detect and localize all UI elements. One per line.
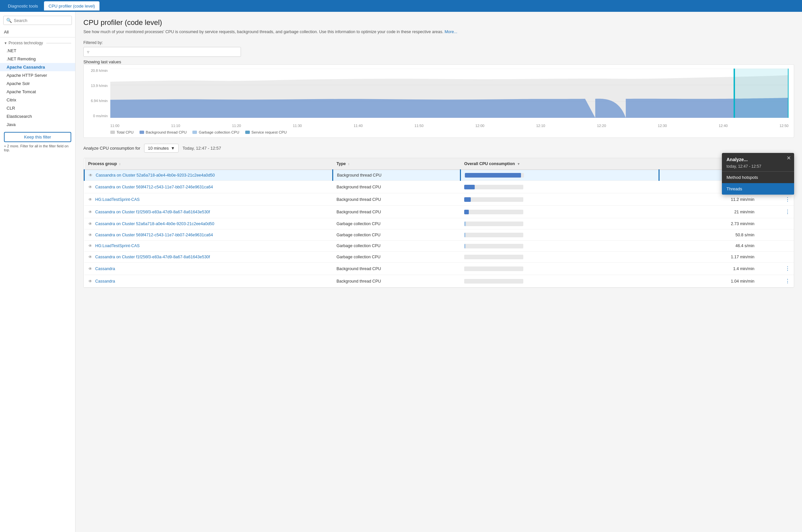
sidebar-section-header[interactable]: ▼ Process technology (4, 41, 71, 45)
cpu-bar-fill (464, 185, 475, 189)
process-link[interactable]: Cassandra on Cluster 52a6a718-a0e4-4b0e-… (95, 222, 215, 226)
cpu-bar-fill (464, 210, 469, 214)
sort-icon-cpu: ▼ (517, 162, 520, 166)
process-link[interactable]: HG:LoadTestSprint-CAS (95, 197, 139, 202)
cpu-bar-fill (464, 197, 471, 202)
process-icon: 👁 (88, 222, 92, 226)
table-row[interactable]: 👁 Cassandra on Cluster f1f256f3-e83a-47d… (85, 206, 794, 218)
td-cpu-bar (460, 251, 659, 263)
td-cpu-bar (460, 193, 659, 206)
process-link[interactable]: Cassandra on Cluster f1f256f3-e83a-47d9-… (95, 210, 210, 214)
td-process: 👁 Cassandra on Cluster f1f256f3-e83a-47d… (85, 251, 333, 263)
sort-icon-type: ↕ (348, 162, 350, 166)
x-label-11: 12:50 (779, 124, 788, 128)
analyze-dropdown-value: 10 minutes (148, 146, 169, 151)
filter-box[interactable]: ▿ (83, 47, 241, 57)
sidebar-item-citrix[interactable]: Citrix (0, 96, 75, 104)
sidebar-item-apache-http[interactable]: Apache HTTP Server (0, 71, 75, 79)
cpu-bar-container (464, 185, 523, 189)
chevron-down-icon: ▼ (4, 41, 7, 45)
x-label-2: 11:20 (232, 124, 241, 128)
cpu-bar-container (464, 255, 523, 259)
row-actions-button[interactable]: ⋮ (785, 278, 790, 284)
date-range: Today, 12:47 - 12:57 (183, 146, 221, 151)
td-process: 👁 Cassandra on Cluster 569f4712-c543-11e… (85, 229, 333, 241)
nav-tab-cpu-profiler-label: CPU profiler (code level) (49, 4, 95, 8)
sidebar-item-elasticsearch[interactable]: Elasticsearch (0, 112, 75, 120)
sidebar-item-all[interactable]: All (0, 27, 75, 36)
more-link[interactable]: More... (445, 30, 457, 34)
sidebar-item-apache-solr[interactable]: Apache Solr (0, 79, 75, 88)
td-type: Background thread CPU (333, 170, 460, 181)
table-row[interactable]: 👁 Cassandra on Cluster 569f4712-c543-11e… (85, 229, 794, 241)
legend-bg-thread: Background thread CPU (139, 130, 187, 134)
table-row[interactable]: 👁 HG:LoadTestSprint-CAS Garbage collecti… (85, 240, 794, 251)
process-link[interactable]: Cassandra on Cluster f1f256f3-e83a-47d9-… (95, 255, 210, 259)
legend-dot-total (110, 131, 115, 134)
process-icon: 👁 (88, 266, 92, 271)
row-actions-button[interactable]: ⋮ (785, 209, 790, 215)
search-input[interactable] (14, 18, 69, 23)
sidebar-item-apache-cassandra[interactable]: Apache Cassandra (0, 63, 75, 71)
data-table: Process group ↕ Type ↕ Overall CPU consu… (84, 158, 794, 288)
analyze-dropdown[interactable]: 10 minutes ▼ (144, 144, 178, 153)
x-label-6: 12:00 (475, 124, 485, 128)
process-link[interactable]: HG:LoadTestSprint-CAS (95, 244, 139, 248)
keep-filter-button[interactable]: Keep this filter (4, 132, 71, 142)
td-process: 👁 HG:LoadTestSprint-CAS (85, 193, 333, 206)
process-link[interactable]: Cassandra on Cluster 569f4712-c543-11e7-… (95, 233, 213, 237)
td-actions: ⋮ (758, 193, 794, 206)
popup-item-method-hotspots[interactable]: Method hotspots (722, 172, 794, 183)
td-process: 👁 Cassandra on Cluster 52a6a718-a0e4-4b0… (85, 170, 333, 181)
process-icon: 👁 (88, 244, 92, 248)
td-type: Background thread CPU (333, 263, 460, 275)
th-process-group[interactable]: Process group ↕ (85, 158, 333, 170)
process-icon: 👁 (89, 173, 93, 177)
table-row[interactable]: 👁 Cassandra on Cluster 52a6a718-a0e4-4b0… (85, 218, 794, 229)
nav-tab-diagnostic[interactable]: Diagnostic tools (3, 1, 43, 11)
sidebar-item-java[interactable]: Java (0, 120, 75, 129)
nav-tab-cpu-profiler[interactable]: CPU profiler (code level) (44, 1, 100, 11)
td-process: 👁 Cassandra (85, 263, 333, 275)
table-header-row: Process group ↕ Type ↕ Overall CPU consu… (85, 158, 794, 170)
td-type: Background thread CPU (333, 181, 460, 193)
row-actions-button[interactable]: ⋮ (785, 266, 790, 271)
table-row[interactable]: 👁 Cassandra Background thread CPU 1.4 mi… (85, 263, 794, 275)
popup-close-button[interactable]: ✕ (787, 156, 791, 161)
chart-container: 20.8 h/min 13.9 h/min 6.94 h/min 0 ms/mi… (83, 64, 794, 138)
chart-plot[interactable] (110, 69, 788, 118)
search-container[interactable]: 🔍 (3, 16, 72, 25)
td-cpu-bar (460, 170, 659, 181)
process-link[interactable]: Cassandra (95, 266, 115, 271)
filter-icon: ▿ (87, 49, 89, 55)
table-row[interactable]: 👁 Cassandra Background thread CPU 1.04 m… (85, 275, 794, 287)
cpu-bar-container (465, 173, 524, 177)
process-link[interactable]: Cassandra on Cluster 569f4712-c543-11e7-… (95, 185, 213, 189)
td-type: Garbage collection CPU (333, 251, 460, 263)
legend-dot-gc (192, 131, 197, 134)
td-cpu-value: 21 min/min (659, 206, 758, 218)
table-row[interactable]: 👁 Cassandra on Cluster f1f256f3-e83a-47d… (85, 251, 794, 263)
popup-item-threads[interactable]: Threads (722, 183, 794, 195)
table-row[interactable]: 👁 Cassandra on Cluster 569f4712-c543-11e… (85, 181, 794, 193)
process-link[interactable]: Cassandra on Cluster 52a6a718-a0e4-4b0e-… (95, 173, 215, 177)
sidebar-item-clr[interactable]: CLR (0, 104, 75, 112)
th-overall-cpu[interactable]: Overall CPU consumption ▼ (460, 158, 659, 170)
td-type: Background thread CPU (333, 206, 460, 218)
sidebar-item-dotnet[interactable]: .NET (0, 46, 75, 55)
cpu-bar-fill (464, 222, 466, 226)
sidebar-item-apache-tomcat[interactable]: Apache Tomcat (0, 88, 75, 96)
table-row[interactable]: 👁 Cassandra on Cluster 52a6a718-a0e4-4b0… (85, 170, 794, 181)
process-icon: 👁 (88, 255, 92, 259)
x-label-1: 11:10 (171, 124, 180, 128)
sidebar-item-dotnet-remoting[interactable]: .NET Remoting (0, 55, 75, 63)
table-row[interactable]: 👁 HG:LoadTestSprint-CAS Background threa… (85, 193, 794, 206)
x-label-5: 11:50 (415, 124, 424, 128)
td-cpu-bar (460, 229, 659, 241)
td-cpu-value: 46.4 s/min (659, 240, 758, 251)
td-cpu-bar (460, 275, 659, 287)
row-actions-button[interactable]: ⋮ (785, 196, 790, 202)
process-icon: 👁 (88, 197, 92, 202)
th-type[interactable]: Type ↕ (333, 158, 460, 170)
process-link[interactable]: Cassandra (95, 279, 115, 284)
